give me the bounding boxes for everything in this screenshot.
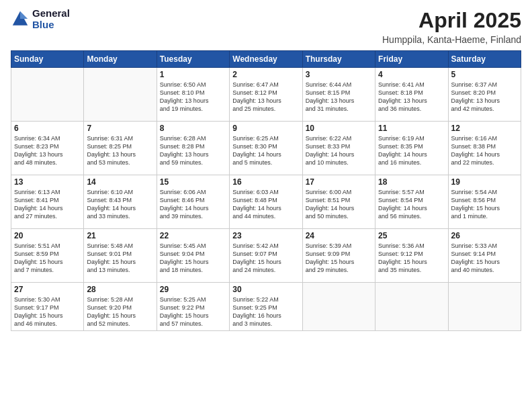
day-info: Sunrise: 5:57 AM Sunset: 8:54 PM Dayligh…: [378, 188, 445, 221]
svg-marker-1: [20, 11, 28, 19]
day-number: 3: [306, 70, 372, 79]
day-number: 20: [14, 231, 81, 240]
day-info: Sunrise: 5:39 AM Sunset: 9:09 PM Dayligh…: [306, 242, 372, 275]
calendar-cell: 15Sunrise: 6:06 AM Sunset: 8:46 PM Dayli…: [157, 175, 229, 229]
day-number: 1: [160, 70, 226, 79]
calendar-cell: 8Sunrise: 6:28 AM Sunset: 8:28 PM Daylig…: [157, 122, 229, 175]
day-info: Sunrise: 5:28 AM Sunset: 9:20 PM Dayligh…: [87, 295, 153, 328]
weekday-header-wednesday: Wednesday: [230, 51, 302, 68]
day-number: 22: [160, 231, 226, 240]
day-info: Sunrise: 6:31 AM Sunset: 8:25 PM Dayligh…: [87, 134, 153, 167]
day-number: 18: [378, 177, 445, 187]
day-number: 14: [87, 177, 153, 187]
day-info: Sunrise: 5:48 AM Sunset: 9:01 PM Dayligh…: [87, 242, 153, 275]
day-number: 10: [306, 124, 372, 133]
day-info: Sunrise: 5:22 AM Sunset: 9:25 PM Dayligh…: [232, 295, 299, 328]
day-info: Sunrise: 6:37 AM Sunset: 8:20 PM Dayligh…: [451, 81, 518, 113]
week-row-2: 6Sunrise: 6:34 AM Sunset: 8:23 PM Daylig…: [11, 122, 521, 175]
calendar-cell: 16Sunrise: 6:03 AM Sunset: 8:48 PM Dayli…: [230, 175, 302, 229]
logo: General Blue: [11, 8, 70, 30]
calendar-cell: 4Sunrise: 6:41 AM Sunset: 8:18 PM Daylig…: [375, 68, 448, 122]
day-number: 21: [87, 231, 153, 240]
weekday-header-tuesday: Tuesday: [157, 51, 229, 68]
day-number: 8: [160, 124, 226, 133]
calendar-cell: 24Sunrise: 5:39 AM Sunset: 9:09 PM Dayli…: [302, 229, 375, 283]
day-number: 11: [378, 124, 445, 133]
weekday-header-sunday: Sunday: [11, 51, 84, 68]
calendar-cell: 29Sunrise: 5:25 AM Sunset: 9:22 PM Dayli…: [157, 283, 229, 331]
day-info: Sunrise: 5:42 AM Sunset: 9:07 PM Dayligh…: [232, 242, 299, 275]
day-info: Sunrise: 5:33 AM Sunset: 9:14 PM Dayligh…: [451, 242, 518, 275]
weekday-header-friday: Friday: [375, 51, 448, 68]
day-number: 12: [451, 124, 518, 133]
day-info: Sunrise: 6:00 AM Sunset: 8:51 PM Dayligh…: [306, 188, 372, 221]
calendar-cell: 7Sunrise: 6:31 AM Sunset: 8:25 PM Daylig…: [84, 122, 157, 175]
weekday-header-saturday: Saturday: [448, 51, 521, 68]
calendar-cell: 23Sunrise: 5:42 AM Sunset: 9:07 PM Dayli…: [230, 229, 302, 283]
calendar-cell: 20Sunrise: 5:51 AM Sunset: 8:59 PM Dayli…: [11, 229, 84, 283]
day-number: 16: [232, 177, 299, 187]
calendar-cell: [11, 68, 84, 122]
calendar-cell: 12Sunrise: 6:16 AM Sunset: 8:38 PM Dayli…: [448, 122, 521, 175]
day-number: 4: [378, 70, 445, 79]
calendar-cell: 27Sunrise: 5:30 AM Sunset: 9:17 PM Dayli…: [11, 283, 84, 331]
day-info: Sunrise: 6:19 AM Sunset: 8:35 PM Dayligh…: [378, 134, 445, 167]
calendar-cell: 13Sunrise: 6:13 AM Sunset: 8:41 PM Dayli…: [11, 175, 84, 229]
day-info: Sunrise: 5:25 AM Sunset: 9:22 PM Dayligh…: [160, 295, 226, 328]
day-info: Sunrise: 6:50 AM Sunset: 8:10 PM Dayligh…: [160, 81, 226, 113]
day-info: Sunrise: 6:06 AM Sunset: 8:46 PM Dayligh…: [160, 188, 226, 221]
calendar-cell: 2Sunrise: 6:47 AM Sunset: 8:12 PM Daylig…: [230, 68, 302, 122]
day-info: Sunrise: 5:45 AM Sunset: 9:04 PM Dayligh…: [160, 242, 226, 275]
title-month: April 2025: [382, 8, 521, 33]
weekday-header-monday: Monday: [84, 51, 157, 68]
calendar-cell: 28Sunrise: 5:28 AM Sunset: 9:20 PM Dayli…: [84, 283, 157, 331]
day-info: Sunrise: 5:30 AM Sunset: 9:17 PM Dayligh…: [14, 295, 81, 328]
day-number: 23: [232, 231, 299, 240]
day-number: 6: [14, 124, 81, 133]
weekday-header-row: SundayMondayTuesdayWednesdayThursdayFrid…: [11, 51, 521, 68]
day-number: 5: [451, 70, 518, 79]
title-location: Humppila, Kanta-Haeme, Finland: [382, 34, 521, 45]
week-row-1: 1Sunrise: 6:50 AM Sunset: 8:10 PM Daylig…: [11, 68, 521, 122]
day-number: 19: [451, 177, 518, 187]
logo-text: General Blue: [32, 8, 70, 30]
week-row-5: 27Sunrise: 5:30 AM Sunset: 9:17 PM Dayli…: [11, 283, 521, 331]
day-info: Sunrise: 6:34 AM Sunset: 8:23 PM Dayligh…: [14, 134, 81, 167]
week-row-4: 20Sunrise: 5:51 AM Sunset: 8:59 PM Dayli…: [11, 229, 521, 283]
day-number: 26: [451, 231, 518, 240]
day-info: Sunrise: 6:22 AM Sunset: 8:33 PM Dayligh…: [306, 134, 372, 167]
day-info: Sunrise: 6:25 AM Sunset: 8:30 PM Dayligh…: [232, 134, 299, 167]
weekday-header-thursday: Thursday: [302, 51, 375, 68]
title-section: April 2025 Humppila, Kanta-Haeme, Finlan…: [382, 8, 521, 45]
calendar-cell: 3Sunrise: 6:44 AM Sunset: 8:15 PM Daylig…: [302, 68, 375, 122]
day-info: Sunrise: 6:10 AM Sunset: 8:43 PM Dayligh…: [87, 188, 153, 221]
logo-general: General: [32, 8, 70, 19]
calendar-cell: [448, 283, 521, 331]
day-number: 2: [232, 70, 299, 79]
day-number: 7: [87, 124, 153, 133]
calendar-cell: 30Sunrise: 5:22 AM Sunset: 9:25 PM Dayli…: [230, 283, 302, 331]
calendar-cell: 18Sunrise: 5:57 AM Sunset: 8:54 PM Dayli…: [375, 175, 448, 229]
day-info: Sunrise: 6:16 AM Sunset: 8:38 PM Dayligh…: [451, 134, 518, 167]
calendar-cell: [302, 283, 375, 331]
calendar-cell: 14Sunrise: 6:10 AM Sunset: 8:43 PM Dayli…: [84, 175, 157, 229]
day-number: 17: [306, 177, 372, 187]
calendar-cell: 9Sunrise: 6:25 AM Sunset: 8:30 PM Daylig…: [230, 122, 302, 175]
day-info: Sunrise: 6:41 AM Sunset: 8:18 PM Dayligh…: [378, 81, 445, 113]
calendar-cell: 19Sunrise: 5:54 AM Sunset: 8:56 PM Dayli…: [448, 175, 521, 229]
calendar-cell: [375, 283, 448, 331]
calendar-cell: [84, 68, 157, 122]
day-info: Sunrise: 6:47 AM Sunset: 8:12 PM Dayligh…: [232, 81, 299, 113]
day-info: Sunrise: 5:51 AM Sunset: 8:59 PM Dayligh…: [14, 242, 81, 275]
day-number: 27: [14, 285, 81, 294]
calendar: SundayMondayTuesdayWednesdayThursdayFrid…: [11, 50, 521, 331]
calendar-cell: 22Sunrise: 5:45 AM Sunset: 9:04 PM Dayli…: [157, 229, 229, 283]
day-info: Sunrise: 5:36 AM Sunset: 9:12 PM Dayligh…: [378, 242, 445, 275]
calendar-cell: 11Sunrise: 6:19 AM Sunset: 8:35 PM Dayli…: [375, 122, 448, 175]
day-info: Sunrise: 6:44 AM Sunset: 8:15 PM Dayligh…: [306, 81, 372, 113]
day-info: Sunrise: 6:13 AM Sunset: 8:41 PM Dayligh…: [14, 188, 81, 221]
calendar-cell: 21Sunrise: 5:48 AM Sunset: 9:01 PM Dayli…: [84, 229, 157, 283]
logo-blue: Blue: [32, 19, 70, 31]
day-number: 24: [306, 231, 372, 240]
day-number: 13: [14, 177, 81, 187]
